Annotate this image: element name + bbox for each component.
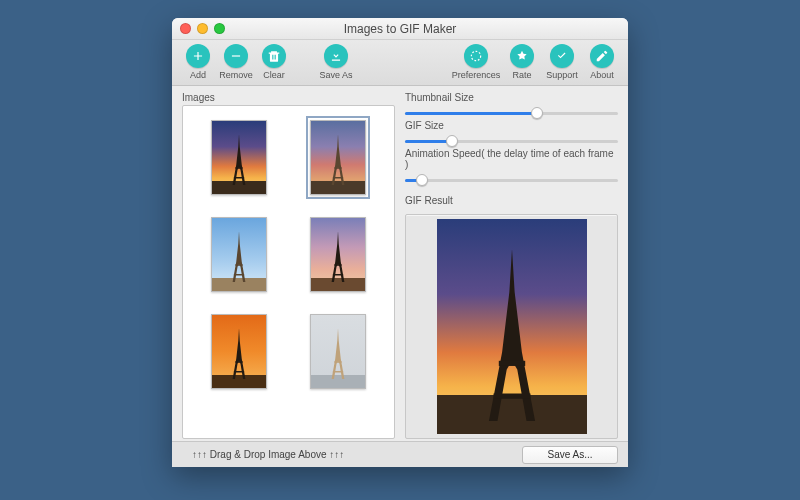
- trash-icon: [262, 44, 286, 68]
- thumbnail-2[interactable]: [310, 120, 366, 195]
- save-as-button[interactable]: Save As: [316, 44, 356, 80]
- titlebar: Images to GIF Maker: [172, 18, 628, 40]
- plus-icon: [186, 44, 210, 68]
- settings-panel: Thumbnail Size GIF Size Animation Speed(…: [405, 92, 618, 439]
- sliders-group: Thumbnail Size GIF Size Animation Speed(…: [405, 92, 618, 187]
- remove-button[interactable]: Remove: [220, 44, 252, 80]
- app-window: Images to GIF Maker Add Remove Clear Sav…: [172, 18, 628, 467]
- thumbnail-grid: [191, 118, 386, 391]
- preferences-button[interactable]: Preferences: [452, 44, 500, 80]
- gif-result-box: [405, 214, 618, 439]
- add-button[interactable]: Add: [182, 44, 214, 80]
- gear-dashed-icon: [464, 44, 488, 68]
- pencil-icon: [590, 44, 614, 68]
- animation-speed-slider-label: Animation Speed( the delay time of each …: [405, 148, 618, 170]
- gif-size-slider-label: GIF Size: [405, 120, 618, 131]
- slider-knob-icon[interactable]: [531, 107, 543, 119]
- images-label: Images: [182, 92, 395, 103]
- thumbnail-size-slider[interactable]: [405, 106, 618, 120]
- images-panel: Images: [182, 92, 395, 439]
- about-button[interactable]: About: [586, 44, 618, 80]
- thumbnail-1[interactable]: [211, 120, 267, 195]
- svg-point-0: [471, 51, 480, 60]
- gif-result-image: [437, 219, 587, 434]
- thumbnail-size-slider-label: Thumbnail Size: [405, 92, 618, 103]
- slider-knob-icon[interactable]: [446, 135, 458, 147]
- toolbar-label: Remove: [219, 70, 253, 80]
- zoom-icon[interactable]: [214, 23, 225, 34]
- gif-result-label: GIF Result: [405, 195, 618, 206]
- animation-speed-slider[interactable]: [405, 173, 618, 187]
- gif-size-slider-row: GIF Size: [405, 120, 618, 148]
- thumbnail-size-slider-row: Thumbnail Size: [405, 92, 618, 120]
- toolbar: Add Remove Clear Save As Preferences Rat…: [172, 40, 628, 86]
- minus-icon: [224, 44, 248, 68]
- toolbar-label: About: [590, 70, 614, 80]
- window-title: Images to GIF Maker: [344, 22, 457, 36]
- close-icon[interactable]: [180, 23, 191, 34]
- thumbnail-3[interactable]: [211, 217, 267, 292]
- minimize-icon[interactable]: [197, 23, 208, 34]
- support-button[interactable]: Support: [544, 44, 580, 80]
- content-area: Images Thumbnail Size GIF Size Animation…: [172, 86, 628, 441]
- toolbar-label: Add: [190, 70, 206, 80]
- thumbnail-6[interactable]: [310, 314, 366, 389]
- images-drop-area[interactable]: [182, 105, 395, 439]
- star-icon: [510, 44, 534, 68]
- animation-speed-slider-row: Animation Speed( the delay time of each …: [405, 148, 618, 187]
- toolbar-label: Preferences: [452, 70, 501, 80]
- gif-size-slider[interactable]: [405, 134, 618, 148]
- toolbar-label: Rate: [512, 70, 531, 80]
- save-as-footer-button[interactable]: Save As...: [522, 446, 618, 464]
- thumbnail-5[interactable]: [211, 314, 267, 389]
- toolbar-label: Save As: [319, 70, 352, 80]
- clear-button[interactable]: Clear: [258, 44, 290, 80]
- window-controls: [180, 23, 225, 34]
- check-circle-icon: [550, 44, 574, 68]
- drag-drop-hint: ↑↑↑ Drag & Drop Image Above ↑↑↑: [182, 449, 512, 460]
- slider-knob-icon[interactable]: [416, 174, 428, 186]
- footer: ↑↑↑ Drag & Drop Image Above ↑↑↑ Save As.…: [172, 441, 628, 467]
- toolbar-label: Support: [546, 70, 578, 80]
- thumbnail-4[interactable]: [310, 217, 366, 292]
- rate-button[interactable]: Rate: [506, 44, 538, 80]
- download-icon: [324, 44, 348, 68]
- toolbar-label: Clear: [263, 70, 285, 80]
